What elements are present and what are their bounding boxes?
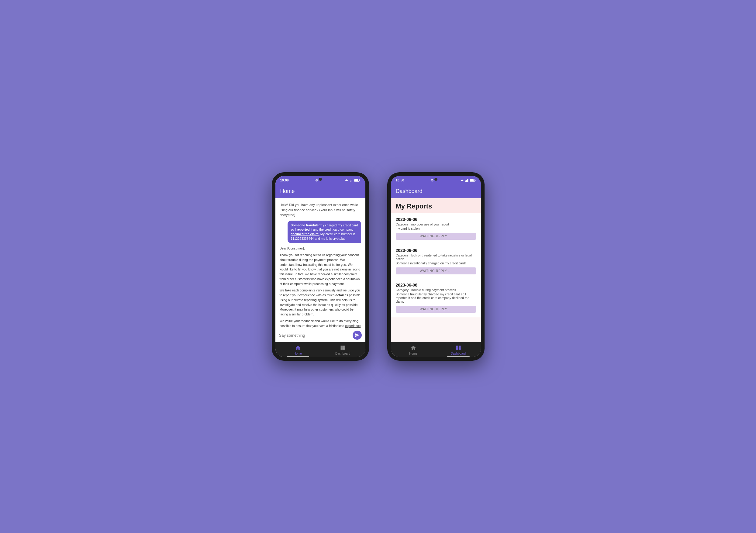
home-nav-icon: [295, 345, 301, 351]
nav-home-dash[interactable]: Home: [391, 342, 436, 357]
response-p2: We take each complaints very seriously a…: [280, 288, 361, 317]
response-p3: We value your feedback and would like to…: [280, 319, 361, 328]
signal-icon-2: [465, 179, 469, 182]
waiting-badge-3: WAITING REPLY ...: [396, 306, 476, 313]
nav-dashboard-active[interactable]: Dashboard: [436, 342, 481, 357]
send-button[interactable]: [353, 331, 362, 340]
home-content: Hello! Did you have any unpleasant exper…: [275, 198, 365, 342]
svg-rect-7: [354, 179, 358, 181]
report-desc-3: Someone fraudulently charged my credit c…: [396, 292, 476, 303]
nav-home[interactable]: Home: [275, 342, 320, 357]
report-desc-2: Someone intentionally charged on my cred…: [396, 261, 476, 265]
wifi-icon: [344, 179, 349, 182]
svg-rect-6: [360, 180, 360, 181]
camera-notch: [319, 178, 322, 181]
home-icon-dash: [410, 345, 417, 351]
bottom-nav-dashboard: Home Dashboard: [391, 342, 481, 357]
wifi-icon-2: [460, 179, 464, 182]
nav-dashboard-label-active: Dashboard: [451, 352, 466, 355]
svg-rect-9: [465, 180, 466, 182]
report-category-2: Category: Took or threatened to take neg…: [396, 253, 476, 261]
response-salutation: Dear [Consumer],: [280, 246, 361, 251]
dashboard-app-bar-title: Dashboard: [396, 188, 422, 194]
reports-title: My Reports: [391, 198, 481, 213]
status-icon: ⊙: [315, 178, 318, 182]
svg-rect-1: [350, 180, 350, 182]
report-item-3: 2023-06-08 Category: Trouble during paym…: [391, 279, 481, 317]
nav-dashboard-label: Dashboard: [335, 352, 350, 355]
user-message-bubble: Someone fraudulently charged my credit c…: [287, 221, 361, 243]
report-date-2: 2023-06-06: [396, 248, 476, 253]
svg-rect-11: [467, 179, 468, 182]
response-p1: Thank you for reaching out to us regardi…: [280, 253, 361, 286]
waiting-badge-1: WAITING REPLY ...: [396, 233, 476, 240]
report-category-3: Category: Trouble during payment process: [396, 288, 476, 292]
phones-container: 10:09 ⊙: [272, 172, 485, 361]
svg-rect-3: [352, 179, 352, 182]
battery-icon: [354, 179, 360, 182]
status-icon-dash: ⊙: [431, 178, 433, 182]
dashboard-content: My Reports 2023-06-06 Category: Improper…: [391, 198, 481, 342]
svg-rect-10: [466, 180, 467, 182]
report-desc-1: my card is stolen: [396, 227, 476, 230]
dashboard-icon-active: [455, 345, 461, 351]
reports-list: 2023-06-06 Category: Improper use of you…: [391, 213, 481, 342]
chat-input[interactable]: [279, 333, 350, 337]
status-time: 10:09: [280, 178, 289, 182]
bottom-nav-home: Home Dashboard: [275, 342, 365, 357]
chat-input-bar[interactable]: [275, 328, 365, 342]
svg-rect-4: [353, 179, 353, 182]
nav-dashboard[interactable]: Dashboard: [320, 342, 365, 357]
svg-marker-0: [345, 179, 348, 181]
report-item-2: 2023-06-06 Category: Took or threatened …: [391, 244, 481, 279]
chat-response: Dear [Consumer], Thank you for reaching …: [280, 246, 361, 328]
home-app-bar: Home: [275, 184, 365, 198]
nav-home-label: Home: [294, 352, 302, 355]
report-item-1: 2023-06-06 Category: Improper use of you…: [391, 213, 481, 244]
chat-area: Hello! Did you have any unpleasant exper…: [275, 198, 365, 328]
svg-rect-12: [468, 179, 469, 182]
status-icons: [344, 179, 360, 182]
user-message-text: Someone fraudulently charged my credit c…: [291, 223, 358, 240]
svg-rect-14: [475, 180, 476, 181]
dashboard-app-bar: Dashboard: [391, 184, 481, 198]
waiting-badge-2: WAITING REPLY ...: [396, 267, 476, 274]
svg-rect-15: [470, 179, 473, 181]
home-app-bar-title: Home: [280, 188, 295, 194]
svg-marker-8: [460, 179, 464, 181]
phone-home: 10:09 ⊙: [272, 172, 369, 361]
phone-dashboard: 10:50 ⊙: [387, 172, 485, 361]
signal-icon: [350, 179, 353, 182]
report-date-1: 2023-06-06: [396, 217, 476, 222]
chat-greeting: Hello! Did you have any unpleasant exper…: [280, 202, 361, 218]
dashboard-nav-icon: [340, 345, 346, 351]
status-time-dash: 10:50: [396, 178, 404, 182]
report-date-3: 2023-06-08: [396, 282, 476, 287]
camera-notch-2: [434, 178, 437, 181]
svg-rect-2: [351, 180, 351, 182]
status-icons-dash: [460, 179, 476, 182]
report-category-1: Category: Improper use of your report: [396, 223, 476, 226]
send-icon: [355, 333, 360, 337]
battery-icon-2: [470, 179, 476, 182]
nav-home-label-dash: Home: [409, 352, 418, 355]
